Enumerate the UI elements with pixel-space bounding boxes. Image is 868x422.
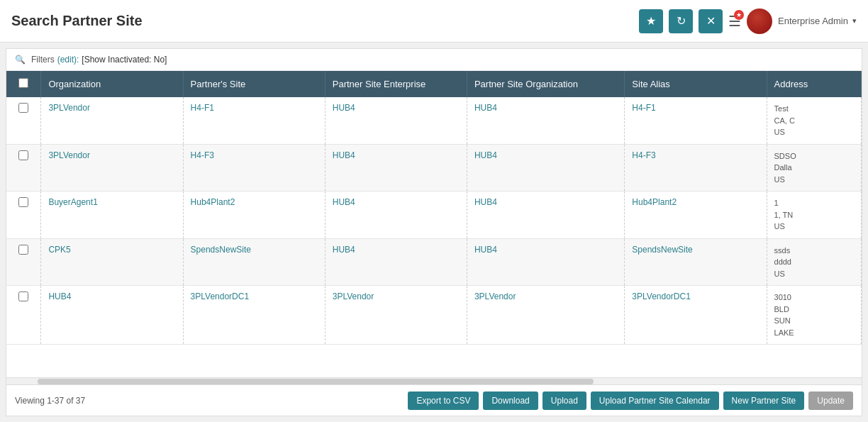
alias-cell-link[interactable]: H4-F3 xyxy=(632,150,655,160)
pse-cell: HUB4 xyxy=(325,97,467,144)
pse-cell-link[interactable]: HUB4 xyxy=(333,103,355,113)
address-cell: SDSODallaUS xyxy=(767,144,861,191)
clear-button[interactable]: ✕ xyxy=(699,9,723,33)
pso-cell-link[interactable]: HUB4 xyxy=(474,103,497,113)
filters-badge: [Show Inactivated: No] xyxy=(82,55,167,65)
table-row: CPK5SpendsNewSiteHUB4HUB4SpendsNewSitess… xyxy=(6,238,862,286)
pso-cell: HUB4 xyxy=(467,191,624,239)
alias-cell-link[interactable]: SpendsNewSite xyxy=(632,245,692,255)
star-button[interactable]: ★ xyxy=(639,9,663,33)
pso-cell: HUB4 xyxy=(467,238,624,286)
pse-cell-link[interactable]: HUB4 xyxy=(333,197,355,207)
avatar xyxy=(747,9,772,34)
partner-site-cell: Hub4Plant2 xyxy=(183,191,325,239)
table-row: 3PLVendorH4-F3HUB4HUB4H4-F3SDSODallaUS xyxy=(6,144,862,191)
alias-cell: H4-F1 xyxy=(625,97,767,144)
org-cell: 3PLVendor xyxy=(41,97,183,144)
filters-label: Filters xyxy=(31,55,55,65)
org-cell-link[interactable]: BuyerAgent1 xyxy=(48,197,97,207)
user-dropdown-arrow[interactable]: ▾ xyxy=(852,16,857,26)
address-cell-text: 11, TNUS xyxy=(774,199,794,231)
table-container: Organization Partner's Site Partner Site… xyxy=(6,71,862,377)
hscroll-thumb[interactable] xyxy=(38,379,594,384)
pse-cell: HUB4 xyxy=(325,144,467,191)
header-pse: Partner Site Enterprise xyxy=(325,71,467,97)
pso-cell: 3PLVendor xyxy=(467,286,624,345)
address-cell-text: 3010BLDSUNLAKE xyxy=(774,293,794,337)
upload-calendar-button[interactable]: Upload Partner Site Calendar xyxy=(591,392,719,410)
header-organization: Organization xyxy=(41,71,183,97)
pso-cell-link[interactable]: 3PLVendor xyxy=(474,291,516,301)
alias-cell-link[interactable]: H4-F1 xyxy=(632,103,655,113)
partner-site-cell-link[interactable]: 3PLVendorDC1 xyxy=(191,291,250,301)
hamburger-button[interactable]: ☰ ★ xyxy=(728,13,741,30)
org-cell-link[interactable]: 3PLVendor xyxy=(48,150,90,160)
footer-buttons: Export to CSV Download Upload Upload Par… xyxy=(408,392,853,410)
row-checkbox-cell xyxy=(6,97,41,144)
address-cell: ssdsddddUS xyxy=(767,238,861,286)
page-header: Search Partner Site ★ ↻ ✕ ☰ ★ Enterprise… xyxy=(0,0,868,43)
search-icon: 🔍 xyxy=(15,55,26,65)
notification-badge: ★ xyxy=(734,10,744,20)
partner-site-cell: H4-F3 xyxy=(183,144,325,191)
pso-cell-link[interactable]: HUB4 xyxy=(474,150,497,160)
header-partners-site: Partner's Site xyxy=(183,71,325,97)
partner-site-cell: 3PLVendorDC1 xyxy=(183,286,325,345)
row-checkbox[interactable] xyxy=(18,291,28,301)
pse-cell: 3PLVendor xyxy=(325,286,467,345)
page-title: Search Partner Site xyxy=(11,13,143,29)
org-cell-link[interactable]: HUB4 xyxy=(48,291,71,301)
viewing-count: Viewing 1-37 of 37 xyxy=(15,396,85,406)
pse-cell: HUB4 xyxy=(325,238,467,286)
header-address: Address xyxy=(767,71,861,97)
partner-site-cell-link[interactable]: H4-F1 xyxy=(191,103,214,113)
org-cell: CPK5 xyxy=(41,238,183,286)
alias-cell: H4-F3 xyxy=(625,144,767,191)
org-cell-link[interactable]: 3PLVendor xyxy=(48,103,90,113)
row-checkbox[interactable] xyxy=(18,245,28,255)
hscroll-area[interactable] xyxy=(6,377,862,384)
row-checkbox-cell xyxy=(6,191,41,239)
export-csv-button[interactable]: Export to CSV xyxy=(408,392,479,410)
row-checkbox[interactable] xyxy=(18,197,28,207)
pso-cell-link[interactable]: HUB4 xyxy=(474,245,497,255)
user-name: Enterprise Admin xyxy=(778,16,848,26)
refresh-button[interactable]: ↻ xyxy=(669,9,693,33)
row-checkbox[interactable] xyxy=(18,103,28,113)
header-checkbox-cell xyxy=(6,71,41,97)
partner-site-cell-link[interactable]: H4-F3 xyxy=(191,150,214,160)
address-cell-text: SDSODallaUS xyxy=(774,152,796,184)
partner-site-cell-link[interactable]: SpendsNewSite xyxy=(191,245,251,255)
address-cell: TestCA, CUS xyxy=(767,97,861,144)
header-site-alias: Site Alias xyxy=(625,71,767,97)
alias-cell: Hub4Plant2 xyxy=(625,191,767,239)
alias-cell: SpendsNewSite xyxy=(625,238,767,286)
table-row: BuyerAgent1Hub4Plant2HUB4HUB4Hub4Plant21… xyxy=(6,191,862,239)
row-checkbox-cell xyxy=(6,286,41,345)
pse-cell-link[interactable]: HUB4 xyxy=(333,245,355,255)
org-cell-link[interactable]: CPK5 xyxy=(48,245,70,255)
new-partner-site-button[interactable]: New Partner Site xyxy=(723,392,805,410)
table-row: 3PLVendorH4-F1HUB4HUB4H4-F1TestCA, CUS xyxy=(6,97,862,144)
partner-site-cell-link[interactable]: Hub4Plant2 xyxy=(191,197,235,207)
partner-site-cell: SpendsNewSite xyxy=(183,238,325,286)
row-checkbox[interactable] xyxy=(18,150,28,160)
pso-cell-link[interactable]: HUB4 xyxy=(474,197,497,207)
alias-cell-link[interactable]: Hub4Plant2 xyxy=(632,197,677,207)
filters-edit-link[interactable]: (edit): xyxy=(57,55,79,65)
pse-cell-link[interactable]: HUB4 xyxy=(333,150,355,160)
pso-cell: HUB4 xyxy=(467,97,624,144)
address-cell-text: ssdsddddUS xyxy=(774,246,791,278)
org-cell: HUB4 xyxy=(41,286,183,345)
upload-button[interactable]: Upload xyxy=(542,392,586,410)
main-content: 🔍 Filters (edit): [Show Inactivated: No]… xyxy=(6,48,862,416)
alias-cell-link[interactable]: 3PLVendorDC1 xyxy=(632,291,691,301)
address-cell: 3010BLDSUNLAKE xyxy=(767,286,861,345)
org-cell: BuyerAgent1 xyxy=(41,191,183,239)
update-button[interactable]: Update xyxy=(808,392,853,410)
filters-bar: 🔍 Filters (edit): [Show Inactivated: No] xyxy=(6,49,862,71)
table-header-row: Organization Partner's Site Partner Site… xyxy=(6,71,862,97)
select-all-checkbox[interactable] xyxy=(18,78,28,88)
download-button[interactable]: Download xyxy=(483,392,538,410)
pse-cell-link[interactable]: 3PLVendor xyxy=(333,291,374,301)
